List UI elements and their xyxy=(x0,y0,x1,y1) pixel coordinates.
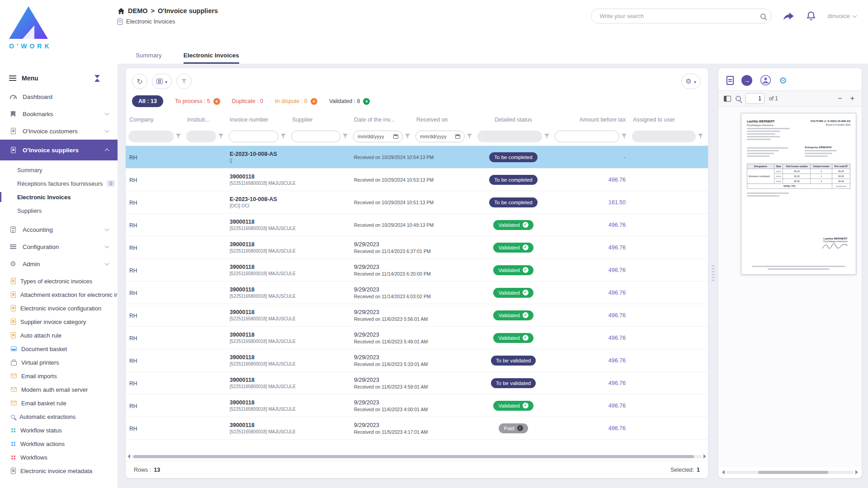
sidebar-admin-item[interactable]: Electronic invoice metadata xyxy=(0,464,118,478)
pdf-viewport[interactable]: Laetitia WERNERT Psychologue clinicienne… xyxy=(718,107,862,467)
filter-input[interactable] xyxy=(233,133,274,140)
invoice-row[interactable]: RH 39000118 [52251165800018] MAJUSCULE 9… xyxy=(126,327,708,349)
sidebar-admin-item[interactable]: Modern auth email server xyxy=(0,383,118,396)
hourglass-icon[interactable] xyxy=(94,75,100,82)
filter-funnel-icon[interactable] xyxy=(281,134,286,139)
scroll-left-icon[interactable] xyxy=(722,470,725,474)
sidebar-admin-item[interactable]: Types of electronic invoices xyxy=(0,274,118,288)
search-icon[interactable] xyxy=(760,14,766,19)
amount-link[interactable]: 496.76 xyxy=(609,222,626,228)
filter-funnel-icon[interactable] xyxy=(544,134,549,139)
calendar-icon[interactable] xyxy=(455,134,460,139)
calendar-icon[interactable] xyxy=(393,134,398,139)
sidebar-item-oinvoice-customers[interactable]: O'Invoice customers xyxy=(0,122,118,140)
invoice-row[interactable]: RH 39000118 [52251165800018] MAJUSCULE 9… xyxy=(126,236,708,259)
column-header[interactable]: Detailed status xyxy=(475,113,552,127)
tab-electronic-invoices[interactable]: Electronic Invoices xyxy=(184,52,239,64)
sidebar-admin-item[interactable]: Virtual printers xyxy=(0,356,118,369)
user-circle-icon[interactable] xyxy=(760,75,771,86)
scrollbar-thumb[interactable] xyxy=(133,455,694,458)
tab-summary[interactable]: Summary xyxy=(136,52,162,64)
zoom-in-button[interactable] xyxy=(849,94,856,103)
filter-input[interactable] xyxy=(296,133,336,140)
sidebar-toggle-icon[interactable] xyxy=(724,96,731,102)
invoice-row[interactable]: RH 39000118 [52251165800018] MAJUSCULE R… xyxy=(126,169,708,191)
sidebar-admin-item[interactable]: Supplier invoice category xyxy=(0,315,118,328)
table-horizontal-scrollbar[interactable] xyxy=(127,453,706,460)
filter-input-box[interactable] xyxy=(186,131,216,142)
column-header[interactable]: Received on xyxy=(413,113,475,127)
amount-link[interactable]: - xyxy=(624,154,626,160)
amount-link[interactable]: 496.76 xyxy=(609,290,626,296)
sidebar-admin-item[interactable]: Attachment extraction for electronic inv… xyxy=(0,288,118,301)
sidebar-admin-item[interactable]: Workflows xyxy=(0,450,118,464)
invoice-row[interactable]: RH 39000118 [52251165800018] MAJUSCULE 9… xyxy=(126,417,708,440)
filter-input[interactable] xyxy=(636,133,692,140)
sidebar-admin-item[interactable]: Automatic extractions xyxy=(0,410,118,423)
sidebar-subitem[interactable]: Electronic Invoices xyxy=(0,190,118,204)
sidebar-admin-item[interactable]: Email imports xyxy=(0,369,118,383)
scrollbar-track[interactable] xyxy=(132,455,702,458)
filter-funnel-icon[interactable] xyxy=(405,134,410,139)
amount-link[interactable]: 496.76 xyxy=(609,312,626,319)
amount-link[interactable]: 496.76 xyxy=(609,267,626,273)
invoice-row[interactable]: RH 39000118 [52251165800018] MAJUSCULE R… xyxy=(126,214,708,236)
sidebar-admin-item[interactable]: Workflow actions xyxy=(0,437,118,450)
filter-input[interactable] xyxy=(190,133,212,140)
scrollbar-thumb[interactable] xyxy=(758,471,829,474)
invoice-row[interactable]: RH 39000118 [52251165800018] MAJUSCULE 9… xyxy=(126,282,708,304)
column-header[interactable]: Company xyxy=(126,113,184,127)
amount-link[interactable]: 161.50 xyxy=(609,199,626,206)
amount-link[interactable]: 496.76 xyxy=(609,357,626,364)
sidebar-subitem[interactable]: Réceptions factures fournisseurs 0 xyxy=(0,177,118,190)
open-document-icon[interactable] xyxy=(741,75,752,86)
notifications-bell-icon[interactable] xyxy=(806,10,816,22)
status-filter-chip[interactable]: To process : 5 + xyxy=(175,98,220,105)
status-filter-chip[interactable]: Validated : 8 + xyxy=(329,98,370,105)
invoice-row[interactable]: RH 39000118 [52251165800018] MAJUSCULE 9… xyxy=(126,259,708,282)
scroll-left-icon[interactable] xyxy=(127,454,130,459)
column-header[interactable]: Assigned to user xyxy=(629,113,706,127)
amount-link[interactable]: 496.76 xyxy=(609,244,626,251)
breadcrumb-home[interactable]: DEMO xyxy=(128,7,148,14)
filter-funnel-icon[interactable] xyxy=(467,134,472,139)
status-filter-chip[interactable]: In dispute : 0 + xyxy=(275,98,317,105)
sidebar-item-oinvoice-suppliers[interactable]: O'Invoice suppliers xyxy=(0,140,118,160)
preview-settings-gear-icon[interactable] xyxy=(779,75,787,86)
sidebar-item-admin[interactable]: Admin xyxy=(0,255,118,272)
breadcrumb-section[interactable]: O'Invoice suppliers xyxy=(158,7,218,14)
scroll-right-icon[interactable] xyxy=(855,470,858,474)
invoice-row[interactable]: RH E-2023-10-008-AS [OCI] OCI Received o… xyxy=(126,191,708,214)
search-input[interactable] xyxy=(599,13,760,20)
column-header[interactable]: Supplier xyxy=(288,113,350,127)
filter-input-box[interactable] xyxy=(477,131,542,142)
home-icon[interactable] xyxy=(118,8,125,14)
sidebar-subitem[interactable]: Summary xyxy=(0,163,118,177)
status-filter-chip[interactable]: Duplicate : 0 xyxy=(232,98,263,104)
amount-link[interactable]: 496.76 xyxy=(609,425,626,432)
amount-link[interactable]: 496.76 xyxy=(609,380,626,386)
filter-input[interactable] xyxy=(132,133,170,140)
invoice-row[interactable]: RH E-2023-10-008-AS [] Received on 10/29… xyxy=(126,146,708,169)
filter-input-box[interactable] xyxy=(229,131,278,142)
share-icon[interactable] xyxy=(783,10,795,22)
sidebar-admin-item[interactable]: Document basket xyxy=(0,342,118,356)
table-settings-button[interactable] xyxy=(681,74,701,89)
sidebar-admin-item[interactable]: Workflow status xyxy=(0,423,118,437)
columns-button[interactable] xyxy=(152,74,172,89)
filter-input-box[interactable] xyxy=(128,131,174,142)
sidebar-admin-item[interactable]: Electronic invoice configuration xyxy=(0,301,118,315)
status-filter-chip[interactable]: All : 13 xyxy=(132,95,163,107)
filter-input-box[interactable]: mm/dd/yyyy xyxy=(353,131,403,142)
column-header[interactable]: Instituti... xyxy=(184,113,226,127)
filter-funnel-icon[interactable] xyxy=(176,134,181,139)
column-header[interactable]: Date of the inv... xyxy=(350,113,413,127)
sidebar-item-dashboard[interactable]: Dashboard xyxy=(0,88,118,105)
filter-funnel-icon[interactable] xyxy=(698,134,703,139)
invoice-row[interactable]: RH 39000118 [52251165800018] MAJUSCULE 9… xyxy=(126,394,708,417)
filter-funnel-icon[interactable] xyxy=(622,134,627,139)
filter-funnel-icon[interactable] xyxy=(218,134,223,139)
amount-link[interactable]: 496.76 xyxy=(609,177,626,183)
invoice-row[interactable]: RH 39000118 [52251165800018] MAJUSCULE 9… xyxy=(126,349,708,372)
scroll-right-icon[interactable] xyxy=(703,454,706,459)
